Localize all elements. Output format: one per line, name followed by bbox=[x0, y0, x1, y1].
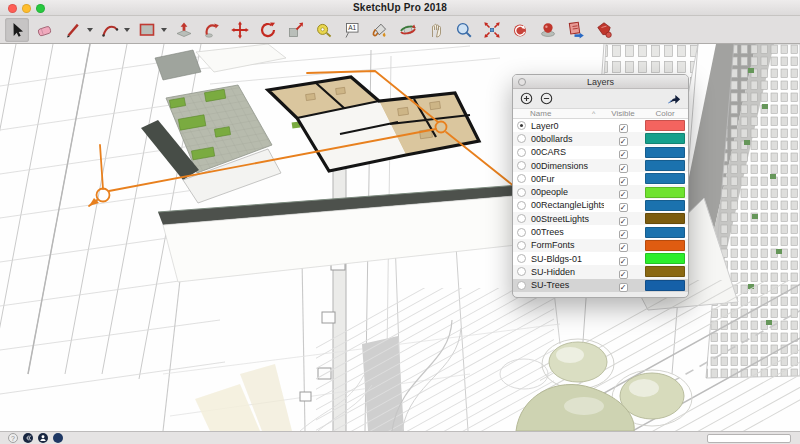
main-toolbar: A1 bbox=[0, 16, 800, 44]
panel-close-button[interactable] bbox=[518, 78, 526, 86]
current-layer-radio[interactable] bbox=[517, 241, 526, 250]
connection-status-icon bbox=[53, 433, 63, 443]
layer-row[interactable]: SU-Trees ✓ bbox=[513, 279, 688, 292]
rotate-icon bbox=[258, 20, 278, 40]
two-point-arc-tool-button[interactable] bbox=[98, 18, 122, 42]
layer-color-swatch[interactable] bbox=[645, 280, 685, 291]
user-icon bbox=[39, 434, 47, 442]
model-canvas[interactable]: Layers Name ^ Visible Color bbox=[0, 44, 800, 431]
layers-list: Layer0 ✓ 00bollards ✓ 00CARS ✓ 00Dimensi… bbox=[513, 119, 688, 292]
eraser-tool-button[interactable] bbox=[33, 18, 57, 42]
select-tool-button[interactable] bbox=[5, 18, 29, 42]
layers-panel-titlebar[interactable]: Layers bbox=[513, 75, 688, 89]
current-layer-radio[interactable] bbox=[517, 267, 526, 276]
layer-row[interactable]: 00Dimensions ✓ bbox=[513, 159, 688, 172]
add-layer-button[interactable] bbox=[520, 92, 533, 105]
layer-color-swatch[interactable] bbox=[645, 187, 685, 198]
layer-color-swatch[interactable] bbox=[645, 147, 685, 158]
layer-row[interactable]: 00people ✓ bbox=[513, 185, 688, 198]
layer-color-swatch[interactable] bbox=[645, 253, 685, 264]
current-layer-radio[interactable] bbox=[517, 174, 526, 183]
zoom-extents-icon bbox=[482, 20, 502, 40]
status-bar: ? bbox=[0, 431, 800, 444]
magnifier-icon bbox=[454, 20, 474, 40]
layer-row[interactable]: FormFonts ✓ bbox=[513, 239, 688, 252]
rectangle-tool-dropdown[interactable] bbox=[161, 28, 167, 32]
navigation-button[interactable] bbox=[23, 433, 33, 443]
layer-color-swatch[interactable] bbox=[645, 160, 685, 171]
layer-name: 00bollards bbox=[526, 134, 604, 144]
layer-color-swatch[interactable] bbox=[645, 227, 685, 238]
orbit-icon bbox=[398, 20, 418, 40]
scale-tool-button[interactable] bbox=[284, 18, 308, 42]
account-button[interactable] bbox=[38, 433, 48, 443]
rectangle-tool-button[interactable] bbox=[135, 18, 159, 42]
layer-row[interactable]: 00RectangleLights ✓ bbox=[513, 199, 688, 212]
follow-me-tool-button[interactable] bbox=[200, 18, 224, 42]
pan-tool-button[interactable] bbox=[424, 18, 448, 42]
zoom-tool-button[interactable] bbox=[452, 18, 476, 42]
scale-icon bbox=[286, 20, 306, 40]
layer-row[interactable]: Layer0 ✓ bbox=[513, 119, 688, 132]
layer-row[interactable]: SU-Hidden ✓ bbox=[513, 265, 688, 278]
layer-name: Layer0 bbox=[526, 121, 604, 131]
layer-color-swatch[interactable] bbox=[645, 120, 685, 131]
layer-color-swatch[interactable] bbox=[645, 173, 685, 184]
current-layer-radio[interactable] bbox=[517, 201, 526, 210]
help-button[interactable]: ? bbox=[8, 433, 18, 443]
follow-me-icon bbox=[202, 20, 222, 40]
line-tool-button[interactable] bbox=[61, 18, 85, 42]
layer-color-swatch[interactable] bbox=[645, 200, 685, 211]
zoom-previous-tool-button[interactable] bbox=[508, 18, 532, 42]
current-layer-radio[interactable] bbox=[517, 148, 526, 157]
close-window-button[interactable] bbox=[8, 4, 17, 13]
minimize-window-button[interactable] bbox=[22, 4, 31, 13]
layer-name: SU-Bldgs-01 bbox=[526, 254, 604, 264]
layer-row[interactable]: 00StreetLights ✓ bbox=[513, 212, 688, 225]
layer-row[interactable]: SU-Bldgs-01 ✓ bbox=[513, 252, 688, 265]
layer-color-swatch[interactable] bbox=[645, 133, 685, 144]
current-layer-radio[interactable] bbox=[517, 188, 526, 197]
maximize-window-button[interactable] bbox=[36, 4, 45, 13]
text-tool-button[interactable]: A1 bbox=[340, 18, 364, 42]
current-layer-radio[interactable] bbox=[517, 214, 526, 223]
measurements-input[interactable] bbox=[707, 434, 791, 443]
window-titlebar[interactable]: SketchUp Pro 2018 bbox=[0, 0, 800, 16]
send-to-layout-tool-button[interactable] bbox=[592, 18, 616, 42]
plus-circle-icon bbox=[520, 92, 533, 105]
name-column-header[interactable]: Name bbox=[513, 109, 592, 118]
layer-row[interactable]: 00CARS ✓ bbox=[513, 146, 688, 159]
position-camera-tool-button[interactable] bbox=[536, 18, 560, 42]
current-layer-radio[interactable] bbox=[517, 134, 526, 143]
floorplan-model[interactable] bbox=[141, 44, 562, 282]
layer-row[interactable]: 00Trees ✓ bbox=[513, 225, 688, 238]
paint-bucket-tool-button[interactable] bbox=[368, 18, 392, 42]
visible-checkbox[interactable]: ✓ bbox=[619, 283, 628, 292]
current-layer-radio[interactable] bbox=[517, 161, 526, 170]
tape-measure-tool-button[interactable] bbox=[312, 18, 336, 42]
send-to-layout-icon bbox=[594, 20, 614, 40]
layers-panel-title: Layers bbox=[587, 77, 614, 87]
layer-row[interactable]: 00Fur ✓ bbox=[513, 172, 688, 185]
move-tool-button[interactable] bbox=[228, 18, 252, 42]
svg-text:A1: A1 bbox=[348, 24, 356, 31]
layer-color-swatch[interactable] bbox=[645, 266, 685, 277]
remove-layer-button[interactable] bbox=[540, 92, 553, 105]
rotate-tool-button[interactable] bbox=[256, 18, 280, 42]
current-layer-radio[interactable] bbox=[517, 254, 526, 263]
layer-color-swatch[interactable] bbox=[645, 240, 685, 251]
orbit-tool-button[interactable] bbox=[396, 18, 420, 42]
export-tool-button[interactable] bbox=[564, 18, 588, 42]
current-layer-radio[interactable] bbox=[517, 228, 526, 237]
line-tool-dropdown[interactable] bbox=[87, 28, 93, 32]
layer-row[interactable]: 00bollards ✓ bbox=[513, 132, 688, 145]
traffic-lights bbox=[8, 4, 45, 13]
panel-detail-menu-button[interactable] bbox=[667, 93, 681, 105]
arc-tool-dropdown[interactable] bbox=[124, 28, 130, 32]
layer-color-swatch[interactable] bbox=[645, 213, 685, 224]
current-layer-radio[interactable] bbox=[517, 281, 526, 290]
zoom-extents-tool-button[interactable] bbox=[480, 18, 504, 42]
push-pull-tool-button[interactable] bbox=[172, 18, 196, 42]
detail-arrow-icon bbox=[667, 93, 681, 105]
current-layer-radio[interactable] bbox=[517, 121, 526, 130]
